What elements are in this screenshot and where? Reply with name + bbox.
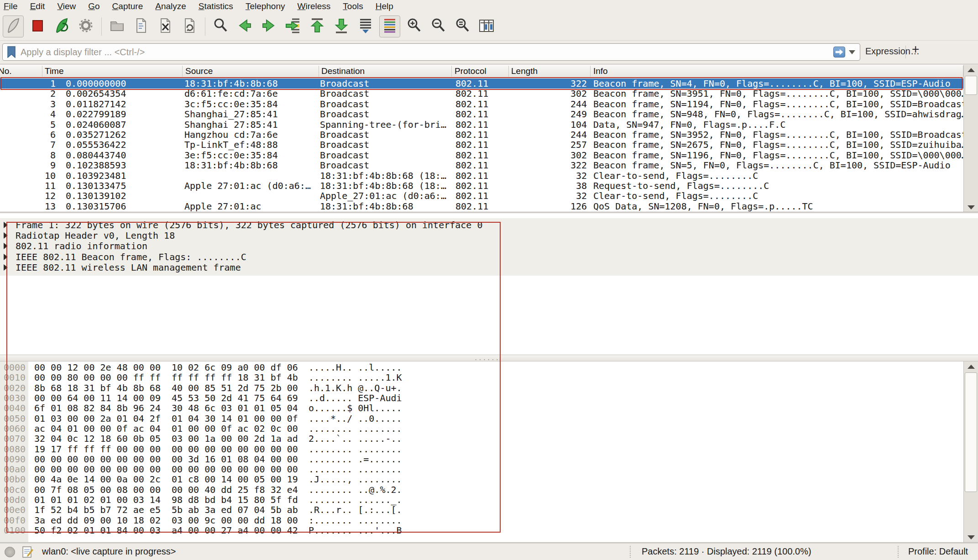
packet-list-scrollbar[interactable]: [963, 65, 978, 212]
expand-triangle-icon[interactable]: [4, 264, 8, 271]
column-separator[interactable]: [508, 66, 509, 77]
expand-triangle-icon[interactable]: [4, 222, 8, 228]
go-forward-button[interactable]: [258, 16, 279, 37]
go-last-packet-button[interactable]: [331, 16, 352, 37]
scroll-down-arrow[interactable]: [964, 532, 978, 542]
column-header-no[interactable]: No.: [0, 66, 12, 76]
detail-row[interactable]: Radiotap Header v0, Length 18: [0, 230, 978, 241]
open-file-button[interactable]: [106, 16, 127, 37]
zoom-original-button[interactable]: [452, 16, 473, 37]
column-separator[interactable]: [182, 66, 183, 77]
hex-row[interactable]: 010050 f2 02 01 01 84 00 03a4 00 00 27 a…: [0, 525, 958, 535]
column-separator[interactable]: [42, 66, 42, 77]
hex-row[interactable]: 001000 00 80 00 00 00 ff ffff ff ff ff 1…: [0, 372, 958, 382]
resize-columns-button[interactable]: [476, 16, 497, 37]
packet-row[interactable]: 60.035271262Hangzhou_cd:7a:6eBroadcast80…: [0, 130, 963, 140]
menu-item-file[interactable]: File: [4, 1, 18, 11]
hex-row[interactable]: 00406f 01 08 82 84 8b 96 2430 48 6c 03 0…: [0, 403, 958, 413]
scrollbar-thumb[interactable]: [965, 372, 977, 492]
detail-row[interactable]: 802.11 radio information: [0, 241, 978, 251]
hex-row[interactable]: 00208b 68 18 31 bf 4b 8b 6840 00 85 51 2…: [0, 383, 958, 393]
find-packet-button[interactable]: [210, 16, 231, 37]
detail-row[interactable]: IEEE 802.11 wireless LAN management fram…: [0, 262, 978, 273]
capture-options-button[interactable]: [75, 16, 96, 37]
hex-row[interactable]: 00c000 7f 08 05 00 08 00 0000 00 40 dd 2…: [0, 485, 958, 495]
column-separator[interactable]: [451, 66, 452, 77]
hex-row[interactable]: 00b000 4a 0e 14 00 0a 00 2c01 c8 00 14 0…: [0, 474, 958, 484]
column-header-protocol[interactable]: Protocol: [455, 66, 486, 76]
colorize-packets-button[interactable]: [379, 16, 400, 37]
column-header-source[interactable]: Source: [185, 66, 213, 76]
packet-row[interactable]: 50.024060087Shanghai_27:85:41Spanning-tr…: [0, 120, 963, 130]
packet-row[interactable]: 120.130139102Apple_27:01:ac (d0:a6:…802.…: [0, 191, 963, 201]
menu-item-wireless[interactable]: Wireless: [298, 1, 331, 11]
hex-row[interactable]: 003000 00 64 00 11 14 00 0945 53 50 2d 4…: [0, 393, 958, 403]
expand-triangle-icon[interactable]: [4, 243, 8, 249]
packet-row[interactable]: 90.10238859318:31:bf:4b:8b:68Broadcast80…: [0, 160, 963, 170]
hex-row[interactable]: 00d001 01 01 02 01 00 03 1498 d8 bd b4 1…: [0, 495, 958, 505]
menu-item-statistics[interactable]: Statistics: [199, 1, 233, 11]
packet-row[interactable]: 70.055536422Tp-LinkT_ef:48:88Broadcast80…: [0, 140, 963, 150]
detail-row[interactable]: IEEE 802.11 Beacon frame, Flags: .......…: [0, 251, 978, 262]
filter-dropdown-caret[interactable]: [849, 50, 855, 54]
expert-info-icon[interactable]: [5, 547, 15, 557]
menu-item-help[interactable]: Help: [376, 1, 393, 11]
hex-row[interactable]: 0060ac 04 01 00 00 0f ac 0401 00 00 0f a…: [0, 424, 958, 434]
pane-splitter[interactable]: ······: [0, 355, 978, 361]
expand-triangle-icon[interactable]: [4, 232, 8, 239]
add-filter-button[interactable]: +: [912, 42, 919, 57]
go-to-packet-button[interactable]: [282, 16, 303, 37]
zoom-in-button[interactable]: [403, 16, 424, 37]
packet-row[interactable]: 40.022799189Shanghai_27:85:41Broadcast80…: [0, 109, 963, 119]
menu-item-go[interactable]: Go: [88, 1, 99, 11]
scroll-up-arrow[interactable]: [964, 361, 978, 372]
hex-row[interactable]: 00f03a ed dd 09 00 10 18 0203 00 9c 00 0…: [0, 515, 958, 525]
packet-row[interactable]: 30.0118271423c:f5:cc:0e:35:84Broadcast80…: [0, 99, 963, 109]
hex-row[interactable]: 00e01f 52 b4 b5 b7 72 ae e55b ab 3a ed 0…: [0, 505, 958, 515]
packet-row[interactable]: 100.10392348118:31:bf:4b:8b:68 (18:…802.…: [0, 171, 963, 181]
scroll-up-arrow[interactable]: [964, 65, 978, 75]
apply-filter-button[interactable]: [833, 47, 845, 58]
go-back-button[interactable]: [234, 16, 255, 37]
save-file-button[interactable]: [131, 16, 152, 37]
column-header-destination[interactable]: Destination: [321, 66, 365, 76]
menu-item-tools[interactable]: Tools: [343, 1, 363, 11]
capture-comment-icon[interactable]: [22, 546, 34, 559]
stop-capture-button[interactable]: [27, 16, 48, 37]
detail-row[interactable]: Frame 1: 322 bytes on wire (2576 bits), …: [0, 220, 978, 230]
packet-row[interactable]: 20.002654354d6:61:fe:cd:7a:6eBroadcast80…: [0, 89, 963, 99]
bookmark-icon[interactable]: [7, 46, 16, 58]
hex-row[interactable]: 009000 00 00 00 00 00 00 0000 3d 16 01 0…: [0, 454, 958, 464]
hex-row[interactable]: 000000 00 12 00 2e 48 00 0010 02 6c 09 a…: [0, 362, 958, 372]
menu-item-analyze[interactable]: Analyze: [155, 1, 186, 11]
close-file-button[interactable]: [155, 16, 176, 37]
scrollbar-thumb[interactable]: [965, 76, 977, 95]
packet-row[interactable]: 80.0804437403e:f5:cc:0e:35:84Broadcast80…: [0, 150, 963, 160]
scroll-down-arrow[interactable]: [964, 202, 978, 212]
expand-triangle-icon[interactable]: [4, 254, 8, 260]
reload-file-button[interactable]: [179, 16, 200, 37]
menu-item-view[interactable]: View: [57, 1, 76, 11]
hex-row[interactable]: 008019 17 ff ff ff 00 00 0000 00 00 00 0…: [0, 444, 958, 454]
profile-button[interactable]: Profile: Default: [908, 546, 968, 557]
column-separator[interactable]: [319, 66, 319, 77]
auto-scroll-button[interactable]: [355, 16, 376, 37]
column-header-info[interactable]: Info: [593, 66, 608, 76]
menu-item-capture[interactable]: Capture: [112, 1, 143, 11]
menu-item-edit[interactable]: Edit: [30, 1, 45, 11]
hex-pane-scrollbar[interactable]: [963, 361, 978, 542]
packet-row[interactable]: 110.130133475Apple_27:01:ac (d0:a6:…18:3…: [0, 181, 963, 191]
column-header-time[interactable]: Time: [45, 66, 64, 76]
display-filter-field[interactable]: [2, 43, 860, 61]
hex-row[interactable]: 007032 04 0c 12 18 60 0b 0503 00 1a 00 0…: [0, 434, 958, 444]
column-separator[interactable]: [590, 66, 591, 77]
go-first-packet-button[interactable]: [307, 16, 328, 37]
menu-item-telephony[interactable]: Telephony: [246, 1, 285, 11]
start-capture-button[interactable]: [3, 16, 24, 37]
zoom-out-button[interactable]: [428, 16, 449, 37]
restart-capture-button[interactable]: [51, 16, 72, 37]
display-filter-input[interactable]: [21, 44, 833, 60]
hex-row[interactable]: 00a000 00 00 00 00 00 00 0000 00 00 00 0…: [0, 464, 958, 474]
packet-row[interactable]: 130.130315706Apple_27:01:ac18:31:bf:4b:8…: [0, 201, 963, 211]
packet-row[interactable]: 10.00000000018:31:bf:4b:8b:68Broadcast80…: [0, 79, 963, 89]
